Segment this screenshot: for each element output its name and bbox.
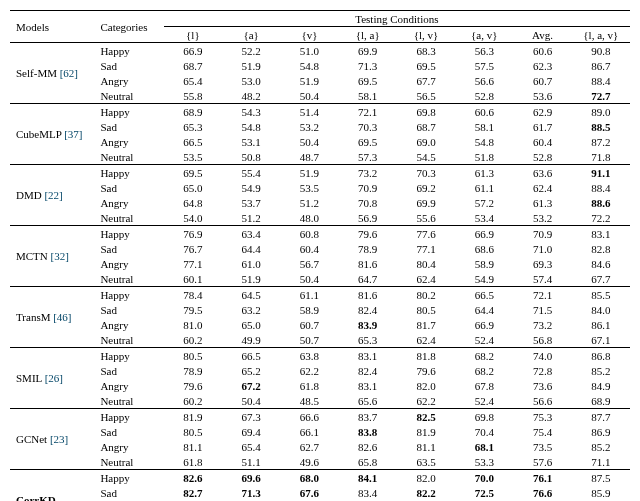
value-cell: 68.7 xyxy=(164,58,222,73)
value-cell: 82.4 xyxy=(339,363,397,378)
category-name: Neutral xyxy=(97,149,163,165)
header-col: {v} xyxy=(280,27,338,43)
value-cell: 58.9 xyxy=(455,256,513,271)
value-cell: 50.4 xyxy=(280,134,338,149)
category-name: Happy xyxy=(97,104,163,120)
value-cell: 62.4 xyxy=(397,332,455,348)
value-cell: 52.4 xyxy=(455,393,513,409)
value-cell: 66.5 xyxy=(455,287,513,303)
value-cell: 85.9 xyxy=(572,485,630,500)
value-cell: 54.5 xyxy=(397,149,455,165)
value-cell: 69.6 xyxy=(222,470,280,486)
value-cell: 81.9 xyxy=(397,424,455,439)
value-cell: 82.5 xyxy=(397,409,455,425)
value-cell: 64.8 xyxy=(164,195,222,210)
value-cell: 72.7 xyxy=(572,88,630,104)
value-cell: 73.2 xyxy=(339,165,397,181)
value-cell: 56.8 xyxy=(513,332,571,348)
value-cell: 69.2 xyxy=(397,180,455,195)
value-cell: 57.2 xyxy=(455,195,513,210)
value-cell: 66.9 xyxy=(164,43,222,59)
value-cell: 68.7 xyxy=(397,119,455,134)
value-cell: 71.5 xyxy=(513,302,571,317)
value-cell: 66.6 xyxy=(280,409,338,425)
value-cell: 78.9 xyxy=(339,241,397,256)
category-name: Angry xyxy=(97,73,163,88)
value-cell: 61.8 xyxy=(280,378,338,393)
results-table: ModelsCategoriesTesting Conditions{l}{a}… xyxy=(10,10,630,501)
value-cell: 69.3 xyxy=(513,256,571,271)
category-name: Happy xyxy=(97,348,163,364)
model-name: GCNet [23] xyxy=(10,409,97,470)
value-cell: 76.1 xyxy=(513,470,571,486)
value-cell: 57.3 xyxy=(339,149,397,165)
category-name: Angry xyxy=(97,317,163,332)
value-cell: 67.7 xyxy=(572,271,630,287)
value-cell: 51.4 xyxy=(280,104,338,120)
value-cell: 53.5 xyxy=(164,149,222,165)
value-cell: 81.1 xyxy=(164,439,222,454)
header-col: {l, a} xyxy=(339,27,397,43)
value-cell: 66.9 xyxy=(455,317,513,332)
value-cell: 87.5 xyxy=(572,470,630,486)
value-cell: 71.0 xyxy=(513,241,571,256)
value-cell: 64.4 xyxy=(455,302,513,317)
value-cell: 68.2 xyxy=(455,348,513,364)
value-cell: 61.1 xyxy=(280,287,338,303)
value-cell: 67.6 xyxy=(280,485,338,500)
value-cell: 70.3 xyxy=(339,119,397,134)
value-cell: 69.5 xyxy=(164,165,222,181)
value-cell: 61.3 xyxy=(513,195,571,210)
value-cell: 84.0 xyxy=(572,302,630,317)
category-name: Angry xyxy=(97,378,163,393)
value-cell: 48.2 xyxy=(222,88,280,104)
category-name: Neutral xyxy=(97,454,163,470)
category-name: Sad xyxy=(97,241,163,256)
value-cell: 67.8 xyxy=(455,378,513,393)
value-cell: 78.9 xyxy=(164,363,222,378)
value-cell: 81.0 xyxy=(164,317,222,332)
value-cell: 68.9 xyxy=(164,104,222,120)
value-cell: 51.9 xyxy=(280,73,338,88)
value-cell: 70.8 xyxy=(339,195,397,210)
value-cell: 53.3 xyxy=(455,454,513,470)
value-cell: 69.8 xyxy=(397,104,455,120)
value-cell: 60.6 xyxy=(455,104,513,120)
value-cell: 82.0 xyxy=(397,470,455,486)
value-cell: 73.2 xyxy=(513,317,571,332)
model-name: MCTN [32] xyxy=(10,226,97,287)
value-cell: 52.2 xyxy=(222,43,280,59)
value-cell: 54.3 xyxy=(222,104,280,120)
category-name: Sad xyxy=(97,180,163,195)
value-cell: 73.6 xyxy=(513,378,571,393)
value-cell: 53.4 xyxy=(455,210,513,226)
value-cell: 77.1 xyxy=(397,241,455,256)
value-cell: 88.4 xyxy=(572,73,630,88)
value-cell: 69.5 xyxy=(397,58,455,73)
value-cell: 65.0 xyxy=(164,180,222,195)
value-cell: 69.0 xyxy=(397,134,455,149)
header-col: {l} xyxy=(164,27,222,43)
value-cell: 51.9 xyxy=(280,165,338,181)
value-cell: 68.2 xyxy=(455,363,513,378)
value-cell: 81.6 xyxy=(339,287,397,303)
value-cell: 62.3 xyxy=(513,58,571,73)
value-cell: 61.0 xyxy=(222,256,280,271)
value-cell: 56.3 xyxy=(455,43,513,59)
header-col: {a, v} xyxy=(455,27,513,43)
value-cell: 54.8 xyxy=(455,134,513,149)
category-name: Neutral xyxy=(97,210,163,226)
model-name: CubeMLP [37] xyxy=(10,104,97,165)
value-cell: 50.4 xyxy=(280,88,338,104)
value-cell: 56.6 xyxy=(513,393,571,409)
value-cell: 65.0 xyxy=(222,317,280,332)
value-cell: 89.0 xyxy=(572,104,630,120)
value-cell: 70.3 xyxy=(397,165,455,181)
category-name: Angry xyxy=(97,195,163,210)
header-col: {a} xyxy=(222,27,280,43)
value-cell: 53.7 xyxy=(222,195,280,210)
value-cell: 51.0 xyxy=(280,43,338,59)
value-cell: 53.2 xyxy=(513,210,571,226)
value-cell: 72.8 xyxy=(513,363,571,378)
value-cell: 83.7 xyxy=(339,409,397,425)
